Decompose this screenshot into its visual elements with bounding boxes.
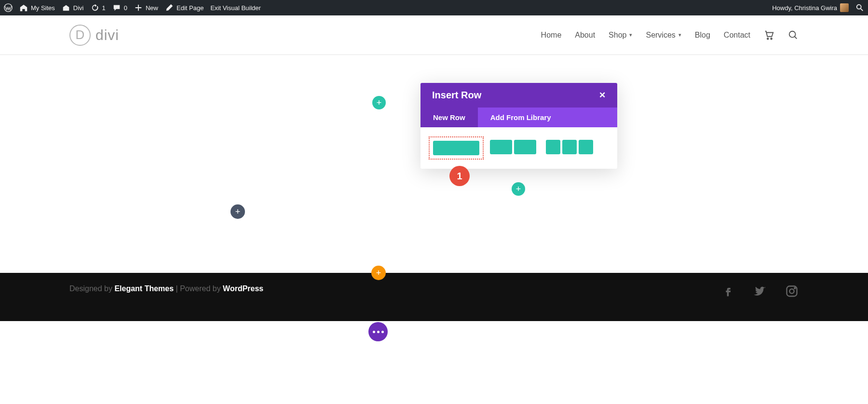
- logo-mark: D: [69, 25, 91, 46]
- builder-settings-button[interactable]: [368, 322, 388, 341]
- comments-link[interactable]: 0: [112, 3, 127, 12]
- row-layout-3col[interactable]: [546, 140, 593, 156]
- site-header: D divi Home About Shop▾ Services▾ Blog C…: [0, 15, 868, 55]
- logo-text: divi: [95, 27, 119, 43]
- edit-page-link[interactable]: Edit Page: [165, 3, 203, 12]
- nav-about[interactable]: About: [575, 31, 595, 40]
- new-link[interactable]: New: [134, 3, 158, 12]
- updates-link[interactable]: 1: [91, 3, 106, 12]
- social-links: [721, 284, 799, 301]
- search-icon[interactable]: [788, 30, 799, 40]
- nav-contact[interactable]: Contact: [724, 31, 750, 40]
- svg-point-6: [789, 289, 794, 293]
- cart-icon[interactable]: [764, 30, 774, 40]
- search-icon[interactable]: [855, 3, 864, 12]
- nav-shop[interactable]: Shop▾: [609, 31, 632, 40]
- site-label: Divi: [73, 4, 84, 12]
- my-sites-link[interactable]: My Sites: [19, 3, 55, 12]
- comments-count: 0: [124, 4, 127, 12]
- instagram-icon[interactable]: [785, 284, 799, 301]
- howdy-label: Howdy, Christina Gwira: [772, 4, 837, 12]
- add-section-button[interactable]: +: [372, 96, 386, 109]
- wp-admin-bar: My Sites Divi 1 0 New Edit Page Exit Vis…: [0, 0, 868, 15]
- my-sites-label: My Sites: [31, 4, 55, 12]
- svg-point-1: [857, 5, 861, 9]
- modal-title: Insert Row: [432, 90, 481, 101]
- primary-nav: Home About Shop▾ Services▾ Blog Contact: [541, 30, 799, 40]
- avatar: [840, 3, 849, 12]
- twitter-icon[interactable]: [753, 284, 767, 301]
- nav-blog[interactable]: Blog: [695, 31, 710, 40]
- updates-count: 1: [102, 4, 106, 12]
- footer-credits: Designed by Elegant Themes | Powered by …: [69, 284, 263, 293]
- elegant-themes-link[interactable]: Elegant Themes: [114, 284, 174, 293]
- add-row-button[interactable]: +: [512, 182, 525, 196]
- row-layout-1col[interactable]: [432, 140, 480, 156]
- svg-point-3: [771, 38, 772, 39]
- modal-tabs: New Row Add From Library: [420, 108, 617, 127]
- wp-logo-icon[interactable]: [4, 3, 13, 12]
- logo[interactable]: D divi: [69, 25, 119, 46]
- chevron-down-icon: ▾: [678, 32, 681, 38]
- close-icon[interactable]: ✕: [599, 90, 606, 100]
- nav-home[interactable]: Home: [541, 31, 562, 40]
- site-footer: Designed by Elegant Themes | Powered by …: [0, 273, 868, 321]
- tab-new-row[interactable]: New Row: [420, 108, 478, 127]
- facebook-icon[interactable]: [721, 284, 735, 301]
- callout-marker-1: 1: [449, 166, 470, 186]
- new-label: New: [146, 4, 158, 12]
- row-layout-2col[interactable]: [490, 140, 536, 156]
- exit-builder-link[interactable]: Exit Visual Builder: [210, 4, 261, 12]
- site-link[interactable]: Divi: [62, 3, 84, 12]
- add-section-button-orange[interactable]: +: [371, 266, 386, 280]
- ellipsis-icon: [373, 331, 384, 333]
- chevron-down-icon: ▾: [629, 32, 632, 38]
- svg-point-7: [794, 287, 795, 288]
- tab-add-from-library[interactable]: Add From Library: [478, 108, 564, 127]
- exit-builder-label: Exit Visual Builder: [210, 4, 261, 12]
- svg-point-4: [789, 31, 796, 37]
- nav-services[interactable]: Services▾: [646, 31, 681, 40]
- insert-row-modal: Insert Row ✕ New Row Add From Library: [420, 83, 617, 169]
- svg-point-2: [767, 38, 769, 39]
- add-module-button[interactable]: +: [231, 204, 245, 219]
- builder-canvas: + + + Insert Row ✕ New Row Add From Libr…: [0, 55, 868, 273]
- wordpress-link[interactable]: WordPress: [223, 284, 263, 293]
- edit-page-label: Edit Page: [176, 4, 203, 12]
- howdy-link[interactable]: Howdy, Christina Gwira: [772, 3, 849, 12]
